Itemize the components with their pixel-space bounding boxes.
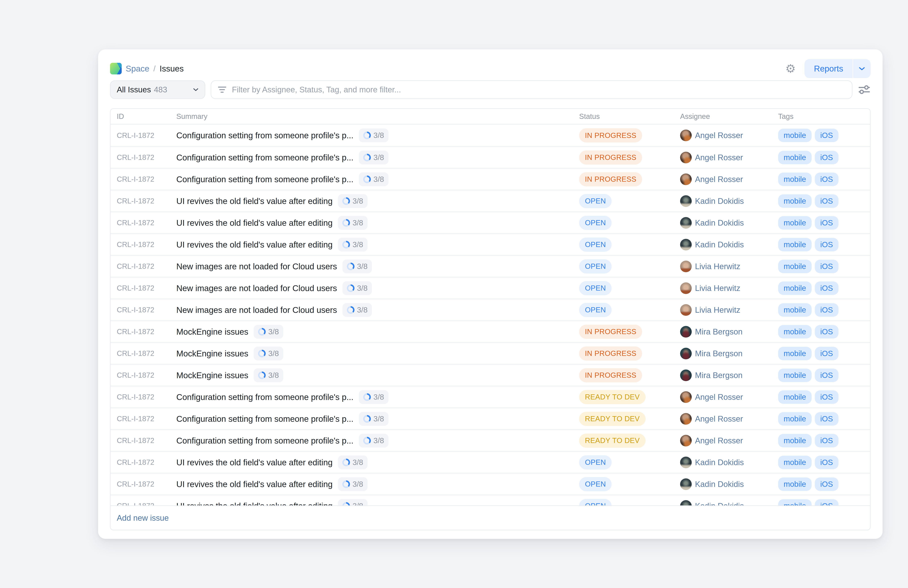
filter-search-input[interactable] [232,85,846,94]
assignee-cell[interactable]: Kadin Dokidis [680,195,778,207]
tag-badge: mobile [778,477,811,491]
table-row[interactable]: CRL-I-1872New images are not loaded for … [111,255,870,277]
table-row[interactable]: CRL-I-1872Configuration setting from som… [111,146,870,168]
table-row[interactable]: CRL-I-1872UI revives the old field's val… [111,495,870,505]
issue-id: CRL-I-1872 [117,132,176,140]
progress-count: 3/8 [357,262,367,271]
progress-ring-icon [363,393,371,401]
tag-badge: mobile [778,216,811,230]
status-cell: OPEN [579,477,680,491]
assignee-cell[interactable]: Angel Rosser [680,391,778,403]
tags-cell: mobileiOS [778,194,870,208]
summary-cell: UI revives the old field's value after e… [176,499,579,506]
space-app-icon [110,63,122,74]
table-row[interactable]: CRL-I-1872Configuration setting from som… [111,124,870,146]
progress-count: 3/8 [374,131,384,140]
filter-search-box[interactable] [211,80,852,99]
issues-scope-dropdown[interactable]: All Issues 483 [110,80,205,99]
assignee-cell[interactable]: Angel Rosser [680,130,778,141]
view-settings-button[interactable] [858,85,871,95]
issue-id: CRL-I-1872 [117,284,176,292]
assignee-cell[interactable]: Angel Rosser [680,152,778,163]
assignee-cell[interactable]: Kadin Dokidis [680,239,778,251]
column-header-id: ID [117,112,176,120]
table-row[interactable]: CRL-I-1872Configuration setting from som… [111,429,870,451]
table-row[interactable]: CRL-I-1872Configuration setting from som… [111,386,870,408]
issue-id: CRL-I-1872 [117,480,176,488]
tag-badge: mobile [778,260,811,273]
issue-id: CRL-I-1872 [117,437,176,445]
table-row[interactable]: CRL-I-1872UI revives the old field's val… [111,473,870,495]
assignee-cell[interactable]: Kadin Dokidis [680,479,778,490]
tag-badge: iOS [815,216,839,230]
assignee-cell[interactable]: Kadin Dokidis [680,500,778,506]
tag-badge: iOS [815,477,839,491]
assignee-cell[interactable]: Livia Herwitz [680,283,778,294]
chevron-down-icon[interactable] [853,59,871,78]
assignee-cell[interactable]: Mira Bergson [680,370,778,381]
tag-badge: mobile [778,129,811,142]
table-row[interactable]: CRL-I-1872MockEngine issues3/8IN PROGRES… [111,320,870,342]
breadcrumb-space-link[interactable]: Space [126,64,149,74]
toolbar: All Issues 483 [110,80,871,99]
tags-cell: mobileiOS [778,477,870,491]
status-badge: OPEN [579,194,612,208]
assignee-cell[interactable]: Kadin Dokidis [680,217,778,229]
table-row[interactable]: CRL-I-1872MockEngine issues3/8IN PROGRES… [111,342,870,364]
status-cell: IN PROGRESS [579,325,680,339]
assignee-cell[interactable]: Angel Rosser [680,435,778,447]
status-cell: IN PROGRESS [579,151,680,165]
assignee-cell[interactable]: Mira Bergson [680,348,778,359]
progress-badge: 3/8 [359,172,388,186]
assignee-name: Livia Herwitz [695,262,740,271]
table-row[interactable]: CRL-I-1872Configuration setting from som… [111,408,870,429]
tags-cell: mobileiOS [778,260,870,273]
table-row[interactable]: CRL-I-1872New images are not loaded for … [111,277,870,299]
assignee-name: Kadin Dokidis [695,480,744,489]
table-row[interactable]: CRL-I-1872UI revives the old field's val… [111,212,870,233]
progress-ring-icon [363,437,371,445]
issue-id: CRL-I-1872 [117,458,176,466]
assignee-cell[interactable]: Livia Herwitz [680,304,778,316]
avatar [680,195,692,207]
column-header-summary: Summary [176,112,579,120]
table-row[interactable]: CRL-I-1872New images are not loaded for … [111,299,870,320]
assignee-cell[interactable]: Kadin Dokidis [680,456,778,468]
progress-count: 3/8 [353,480,363,488]
assignee-cell[interactable]: Angel Rosser [680,413,778,425]
tag-badge: mobile [778,412,811,426]
assignee-name: Mira Bergson [695,327,742,336]
tags-cell: mobileiOS [778,325,870,339]
issue-summary: UI revives the old field's value after e… [176,501,333,506]
status-badge: OPEN [579,455,612,469]
summary-cell: UI revives the old field's value after e… [176,216,579,230]
column-header-tags: Tags [778,112,870,120]
table-row[interactable]: CRL-I-1872MockEngine issues3/8IN PROGRES… [111,364,870,386]
tag-badge: mobile [778,303,811,316]
tags-cell: mobileiOS [778,456,870,469]
reports-button[interactable]: Reports [805,59,871,78]
assignee-cell[interactable]: Livia Herwitz [680,260,778,272]
issue-id: CRL-I-1872 [117,349,176,358]
settings-gear-icon[interactable]: ⚙︎ [786,63,796,74]
progress-badge: 3/8 [338,238,367,252]
table-row[interactable]: CRL-I-1872UI revives the old field's val… [111,190,870,212]
tag-badge: mobile [778,369,811,382]
issue-summary: Configuration setting from someone profi… [176,414,353,424]
avatar [680,348,692,359]
issue-summary: Configuration setting from someone profi… [176,130,353,140]
status-cell: OPEN [579,303,680,317]
table-row[interactable]: CRL-I-1872UI revives the old field's val… [111,451,870,473]
assignee-cell[interactable]: Angel Rosser [680,174,778,185]
progress-ring-icon [342,459,350,466]
assignee-cell[interactable]: Mira Bergson [680,326,778,337]
table-row[interactable]: CRL-I-1872Configuration setting from som… [111,168,870,190]
tags-cell: mobileiOS [778,347,870,360]
status-badge: OPEN [579,303,612,317]
add-new-issue-link[interactable]: Add new issue [117,513,169,522]
avatar [680,174,692,185]
issue-id: CRL-I-1872 [117,393,176,401]
assignee-name: Livia Herwitz [695,305,740,315]
table-row[interactable]: CRL-I-1872UI revives the old field's val… [111,233,870,255]
reports-button-label[interactable]: Reports [805,59,853,78]
